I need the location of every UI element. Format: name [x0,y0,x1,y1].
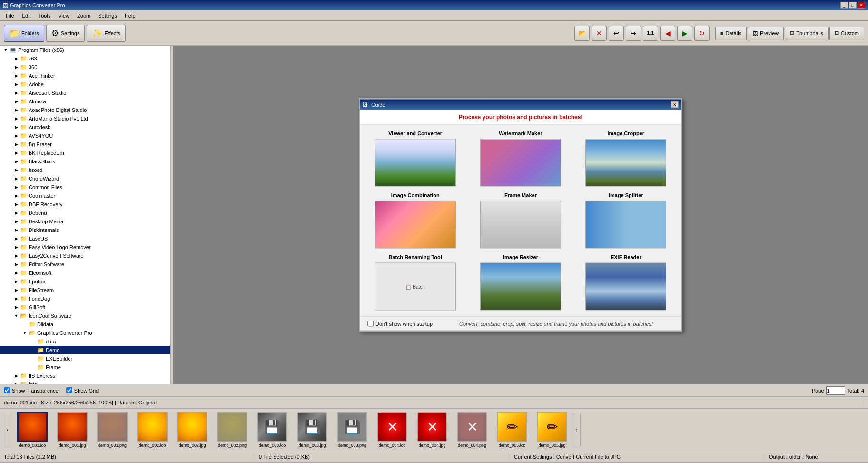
tree-expander[interactable]: ▶ [12,141,20,148]
tree-expander[interactable]: ▶ [12,106,20,114]
tree-item[interactable]: ▶📁Epubor [0,277,170,286]
tree-item[interactable]: ▶📁Editor Software [0,260,170,269]
tree-expander[interactable]: ▶ [12,252,20,260]
show-transparency-option[interactable]: Show Transparence [4,387,59,393]
preview-view-button[interactable]: 🖼 Preview [748,27,784,40]
tree-item[interactable]: ▶📁BK ReplaceEm [0,149,170,157]
tree-expander[interactable]: ▶ [12,226,20,234]
thumbnails-view-button[interactable]: ⊞ Thumbnails [785,27,829,40]
guide-close-button[interactable]: ✕ [671,101,679,108]
zoom-actual-button[interactable]: 1:1 [643,26,658,41]
tree-expander[interactable]: ▶ [12,295,20,302]
tree-expander[interactable]: ▶ [12,115,20,122]
tree-expander[interactable]: ▼ [21,329,29,337]
tree-item[interactable]: ▶📁Common Files [0,183,170,191]
tree-item[interactable]: ▶📁Easy Video Logo Remover [0,243,170,252]
show-transparency-checkbox[interactable] [4,387,10,393]
tree-item[interactable]: 📁Frame [0,363,170,372]
tree-item[interactable]: ▶📁GiliSoft [0,303,170,312]
close-button[interactable]: ✕ [858,2,865,9]
guide-item[interactable]: Viewer and Converter [365,131,465,187]
tree-expander[interactable]: ▶ [12,243,20,251]
dont-show-checkbox[interactable]: Don't show when startup [367,321,433,327]
tree-item[interactable]: ▶📁ArtoMania Studio Pvt. Ltd [0,114,170,123]
menu-settings[interactable]: Settings [94,12,121,20]
tree-item[interactable]: ▶📁Intel [0,380,170,384]
guide-item[interactable]: Image Cropper [576,131,676,187]
forward-button[interactable]: ↪ [626,26,641,41]
page-input[interactable] [826,386,845,395]
tree-expander[interactable]: ▼ [12,312,20,320]
maximize-button[interactable]: □ [849,2,857,9]
tree-expander[interactable]: ▶ [12,192,20,200]
tree-expander[interactable] [30,346,37,354]
tree-item[interactable]: 📁data [0,337,170,346]
guide-item-thumbnail[interactable] [585,201,666,249]
tree-item[interactable]: ▼📂IconCool Software [0,312,170,320]
root-expander[interactable]: ▼ [2,46,10,54]
thumbnail-item[interactable]: demo_002.jpg [173,412,211,448]
tree-expander[interactable]: ▶ [12,269,20,277]
menu-zoom[interactable]: Zoom [73,12,94,20]
tree-item[interactable]: ▶📁Debenu [0,209,170,217]
tree-item[interactable]: 📁Demo [0,346,170,354]
guide-item-thumbnail[interactable] [375,201,456,249]
tree-item[interactable]: ▶📁z63 [0,54,170,63]
tree-expander[interactable]: ▶ [12,218,20,225]
thumbnail-item[interactable]: 💾demo_003.png [333,412,371,448]
tree-item[interactable]: ▶📁IIS Express [0,372,170,380]
tree-expander[interactable]: ▶ [12,286,20,294]
tree-item[interactable]: ▶📁FoneDog [0,294,170,303]
tree-expander[interactable] [21,321,29,328]
effects-button[interactable]: ✨ Effects [87,25,125,42]
tree-item[interactable]: ▶📁Easy2Convert Software [0,252,170,260]
show-grid-option[interactable]: Show Grid [66,387,99,393]
guide-item-thumbnail[interactable] [480,263,561,311]
tree-expander[interactable]: ▶ [12,98,20,105]
open-folder-button[interactable]: 📂 [574,26,590,41]
back-button[interactable]: ↩ [609,26,624,41]
tree-expander[interactable]: ▶ [12,158,20,165]
tree-expander[interactable]: ▶ [12,183,20,191]
custom-view-button[interactable]: ⊡ Custom [829,27,864,40]
tree-expander[interactable]: ▶ [12,201,20,208]
guide-item-thumbnail[interactable] [480,139,561,187]
tree-item[interactable]: ▶📁FileStream [0,286,170,294]
thumbnail-item[interactable]: demo_002.png [213,412,251,448]
tree-item[interactable]: ▶📁ChordWizard [0,174,170,183]
tree-item[interactable]: ▶📁Aiseesoft Studio [0,89,170,97]
tree-expander[interactable]: ▶ [12,303,20,311]
tree-item[interactable]: ▶📁AceThinker [0,71,170,80]
thumbnail-item[interactable]: ✏demo_005.ico [493,412,531,448]
delete-button[interactable]: ✕ [592,26,607,41]
tree-expander[interactable]: ▶ [12,89,20,97]
guide-item[interactable]: Image Combination [365,192,465,249]
thumbnail-item[interactable]: demo_002.ico [133,412,171,448]
tree-item[interactable]: 📁Dlldata [0,320,170,329]
settings-button[interactable]: ⚙ Settings [46,25,85,42]
tree-expander[interactable]: ▶ [12,372,20,380]
next-button[interactable]: ▶ [677,26,692,41]
tree-expander[interactable] [30,355,37,362]
tree-expander[interactable]: ▶ [12,166,20,174]
thumbnail-item[interactable]: ✕demo_004.ico [373,412,411,448]
tree-item[interactable]: ▶📁Autodesk [0,123,170,131]
tree-item[interactable]: ▶📁EaseUS [0,234,170,243]
tree-expander[interactable]: ▶ [12,381,20,384]
guide-item-thumbnail[interactable]: 📋 Batch [375,263,456,311]
guide-item[interactable]: EXIF Reader [576,254,676,311]
menu-view[interactable]: View [54,12,73,20]
dont-show-input[interactable] [367,321,374,327]
tree-expander[interactable]: ▶ [12,149,20,157]
tree-item[interactable]: 📁EXEBuilder [0,354,170,363]
thumbnail-item[interactable]: demo_001.jpg [53,412,91,448]
tree-root[interactable]: ▼ 💻 Program Files (x86) [0,46,170,54]
guide-item-thumbnail[interactable] [375,139,456,187]
thumbnail-item[interactable]: demo_001.ico [13,412,51,448]
tree-item[interactable]: ▶📁bsosd [0,166,170,174]
guide-item-thumbnail[interactable] [585,139,666,187]
tree-expander[interactable]: ▶ [12,235,20,242]
guide-item[interactable]: Image Splitter [576,192,676,249]
tree-expander[interactable]: ▶ [12,261,20,268]
menu-help[interactable]: Help [121,12,139,20]
